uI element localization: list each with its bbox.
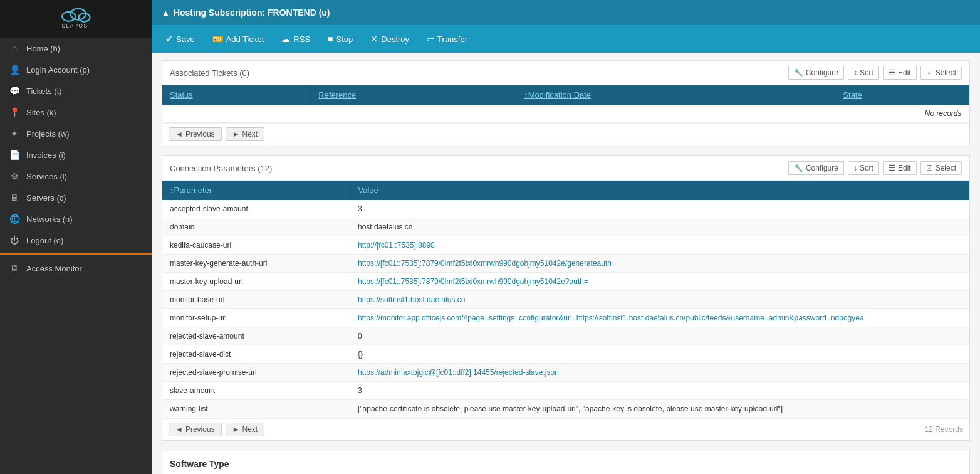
rss-button[interactable]: ☁ RSS <box>274 30 318 48</box>
tickets-select-button[interactable]: ☑ Select <box>920 66 962 80</box>
table-row: rejected-slave-promise-urlhttps://admin:… <box>162 364 969 382</box>
sidebar-item-login-account[interactable]: 👤 Login Account (p) <box>0 59 152 80</box>
value-link[interactable]: https://[fc01::7535]:7879/0lmf2t5txi0xmr… <box>358 277 588 286</box>
param-cell: slave-amount <box>162 382 350 400</box>
sidebar-item-sites[interactable]: 📍 Sites (k) <box>0 102 152 123</box>
records-count: 12 Records <box>925 425 963 434</box>
sidebar-logo: SLAPOS <box>0 0 152 38</box>
table-row: rejected-slave-amount0 <box>162 327 969 345</box>
sidebar-item-logout[interactable]: ⏻ Logout (o) <box>0 229 152 251</box>
value-link[interactable]: https://[fc01::7535]:7879/0lmf2t5txi0xmr… <box>358 259 612 268</box>
location-icon: 📍 <box>9 107 20 117</box>
sidebar-item-access-monitor[interactable]: 🖥 Access Monitor <box>0 257 152 280</box>
connection-section-actions: 🔧 Configure ↕ Sort ☰ Edit ☑ Select <box>788 161 962 175</box>
up-arrow-icon: ▲ <box>162 8 170 18</box>
value-link[interactable]: https://softinst1.host.daetalus.cn <box>358 295 465 304</box>
table-row: kedifa-caucase-urlhttp://[fc01::7535]:88… <box>162 236 969 255</box>
value-cell: https://softinst1.host.daetalus.cn <box>350 291 969 309</box>
services-icon: ⚙ <box>9 171 20 181</box>
table-row: rejected-slave-dict{} <box>162 345 969 364</box>
tickets-col-status: Status <box>162 85 311 105</box>
rss-icon: ☁ <box>281 34 290 44</box>
value-cell: {} <box>350 345 969 364</box>
param-cell: accepted-slave-amount <box>162 200 350 218</box>
tickets-col-state: State <box>835 85 969 105</box>
check2-icon: ☑ <box>926 164 933 172</box>
sidebar-item-home[interactable]: ⌂ Home (h) <box>0 38 152 59</box>
connection-sort-button[interactable]: ↕ Sort <box>848 161 879 175</box>
tickets-next-button[interactable]: ► Next <box>226 127 265 141</box>
value-cell: ["apache-certificate is obsolete, please… <box>350 400 969 418</box>
tickets-col-reference: Reference <box>311 85 516 105</box>
tickets-sort-button[interactable]: ↕ Sort <box>848 66 879 80</box>
connection-edit-button[interactable]: ☰ Edit <box>883 161 917 175</box>
connection-select-button[interactable]: ☑ Select <box>920 161 962 175</box>
tickets-section-actions: 🔧 Configure ↕ Sort ☰ Edit ☑ Select <box>788 66 962 80</box>
sidebar-nav: ⌂ Home (h) 👤 Login Account (p) 💬 Tickets… <box>0 38 152 474</box>
save-button[interactable]: ✔ Save <box>158 30 202 48</box>
configure-icon: 🔧 <box>794 68 803 77</box>
connection-pagination: ◄ Previous ► Next <box>169 423 264 436</box>
connection-section-title: Connection Parameters (12) <box>170 164 272 173</box>
sidebar-item-services[interactable]: ⚙ Services (l) <box>0 166 152 187</box>
value-cell: https://monitor.app.officejs.com/#page=s… <box>350 309 969 327</box>
connection-next-button[interactable]: ► Next <box>226 423 265 436</box>
stop-button[interactable]: ■ Stop <box>320 30 360 48</box>
table-row: slave-amount3 <box>162 382 969 400</box>
sidebar-item-tickets[interactable]: 💬 Tickets (t) <box>0 80 152 102</box>
invoice-icon: 📄 <box>9 150 20 160</box>
param-cell: kedifa-caucase-url <box>162 236 350 255</box>
destroy-button[interactable]: ✕ Destroy <box>363 30 417 48</box>
value-link[interactable]: http://[fc01::7535]:8890 <box>358 241 435 250</box>
tickets-edit-button[interactable]: ☰ Edit <box>883 66 917 80</box>
value-cell: host.daetalus.cn <box>350 218 969 236</box>
table-row: master-key-upload-urlhttps://[fc01::7535… <box>162 273 969 291</box>
value-link[interactable]: https://monitor.app.officejs.com/#page=s… <box>358 313 864 322</box>
param-cell: master-key-upload-url <box>162 273 350 291</box>
server-icon: 🖥 <box>9 192 20 203</box>
network-icon: 🌐 <box>9 214 20 224</box>
transfer-button[interactable]: ⇌ Transfer <box>419 30 475 48</box>
value-link[interactable]: https://admin:axtbjgic@[fc01::dff2]:1445… <box>358 368 559 377</box>
value-cell: https://[fc01::7535]:7879/0lmf2t5txi0xmr… <box>350 273 969 291</box>
svg-point-0 <box>62 12 75 21</box>
sidebar-item-invoices[interactable]: 📄 Invoices (i) <box>0 144 152 166</box>
table-row: accepted-slave-amount3 <box>162 200 969 218</box>
param-cell: monitor-setup-url <box>162 309 350 327</box>
add-ticket-button[interactable]: 🎫 Add Ticket <box>205 30 272 48</box>
tickets-section-title: Associated Tickets (0) <box>170 68 249 78</box>
param-cell: master-key-generate-auth-url <box>162 255 350 273</box>
tickets-section-header: Associated Tickets (0) 🔧 Configure ↕ Sor… <box>162 61 969 85</box>
ticket-icon: 🎫 <box>212 34 223 44</box>
main-area: ▲ Hosting Subscription: FRONTEND (u) ✔ S… <box>152 0 980 474</box>
projects-icon: ✦ <box>9 129 20 139</box>
destroy-icon: ✕ <box>370 34 378 44</box>
monitor-icon: 🖥 <box>9 263 20 273</box>
tickets-prev-button[interactable]: ◄ Previous <box>169 127 222 141</box>
actionbar: ✔ Save 🎫 Add Ticket ☁ RSS ■ Stop ✕ Destr… <box>152 25 980 53</box>
svg-text:SLAPOS: SLAPOS <box>62 23 88 29</box>
param-cell: rejected-slave-promise-url <box>162 364 350 382</box>
stop-icon: ■ <box>328 34 333 44</box>
tickets-pagination: ◄ Previous ► Next <box>162 123 969 145</box>
sidebar: SLAPOS ⌂ Home (h) 👤 Login Account (p) 💬 … <box>0 0 152 474</box>
sort2-icon: ↕ <box>853 164 857 172</box>
tickets-configure-button[interactable]: 🔧 Configure <box>788 66 844 80</box>
value-cell: https://[fc01::7535]:7879/0lmf2t5txi0xmr… <box>350 255 969 273</box>
sort-icon: ↕ <box>853 68 857 77</box>
user-icon: 👤 <box>9 65 20 75</box>
tickets-table: Status Reference ↕Modification Date Stat… <box>162 85 969 123</box>
next2-icon: ► <box>232 425 240 434</box>
value-cell: 3 <box>350 200 969 218</box>
conn-col-value: Value <box>350 181 969 200</box>
transfer-icon: ⇌ <box>427 34 434 44</box>
connection-prev-button[interactable]: ◄ Previous <box>169 423 222 436</box>
table-row: warning-list["apache-certificate is obso… <box>162 400 969 418</box>
sidebar-item-networks[interactable]: 🌐 Networks (n) <box>0 208 152 229</box>
topbar: ▲ Hosting Subscription: FRONTEND (u) <box>152 0 980 25</box>
sidebar-item-projects[interactable]: ✦ Projects (w) <box>0 123 152 144</box>
power-icon: ⏻ <box>9 235 20 245</box>
sidebar-item-servers[interactable]: 🖥 Servers (c) <box>0 187 152 208</box>
connection-configure-button[interactable]: 🔧 Configure <box>788 161 844 175</box>
conn-col-param: ↕Parameter <box>162 181 350 200</box>
